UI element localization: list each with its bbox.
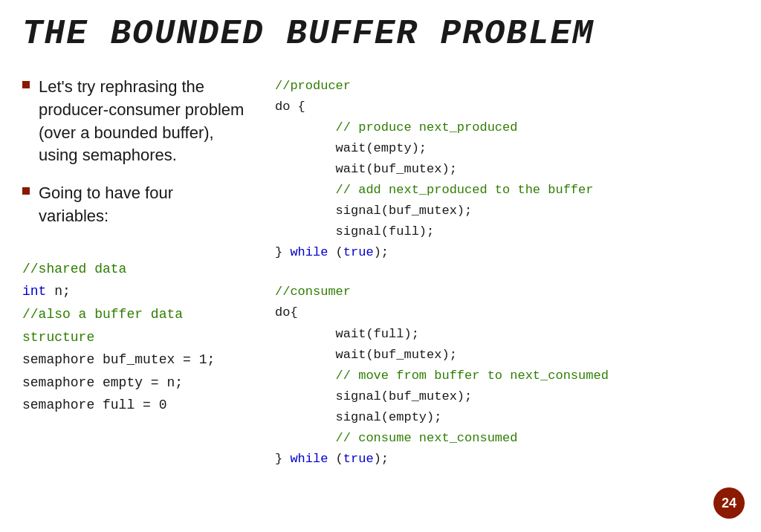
prod-line-7: signal(buf_mutex);: [275, 201, 739, 221]
slide-number-badge: 24: [713, 487, 745, 519]
cons-line-7: signal(empty);: [275, 407, 739, 428]
cons-line-6: signal(buf_mutex);: [275, 386, 739, 407]
shared-line-2: int n;: [22, 280, 245, 303]
shared-line-5: semaphore empty = n;: [22, 372, 245, 395]
bullet-item-2: Going to have four variables:: [22, 182, 245, 228]
cons-line-2: do{: [275, 302, 739, 323]
left-panel: Let's try rephrasing the producer-consum…: [22, 76, 245, 488]
prod-line-8: signal(full);: [275, 221, 739, 242]
shared-line-3: //also a buffer data structure: [22, 303, 245, 348]
cons-line-3: wait(full);: [275, 324, 739, 345]
shared-line-4: semaphore buf_mutex = 1;: [22, 348, 245, 372]
bullet-item-1: Let's try rephrasing the producer-consum…: [22, 76, 245, 167]
shared-line-6: semaphore full = 0: [22, 394, 245, 417]
prod-line-2: do {: [275, 97, 739, 117]
slide-page: The Bounded Buffer Problem Let's try rep…: [0, 0, 761, 532]
right-panel: //producer do { // produce next_produced…: [275, 76, 739, 488]
producer-code-block: //producer do { // produce next_produced…: [275, 76, 739, 263]
slide-number-text: 24: [722, 496, 736, 511]
cons-line-5: // move from buffer to next_consumed: [275, 366, 739, 386]
shared-code-block: //shared data int n; //also a buffer dat…: [22, 258, 245, 417]
bullet-text-1: Let's try rephrasing the producer-consum…: [39, 76, 245, 167]
cons-line-4: wait(buf_mutex);: [275, 345, 739, 366]
prod-line-6: // add next_produced to the buffer: [275, 180, 739, 201]
prod-line-3: // produce next_produced: [275, 117, 739, 138]
shared-line-1: //shared data: [22, 258, 245, 281]
cons-line-8: // consume next_consumed: [275, 428, 739, 449]
consumer-code-block: //consumer do{ wait(full); wait(buf_mute…: [275, 282, 739, 469]
prod-line-5: wait(buf_mutex);: [275, 159, 739, 180]
bullet-square-1: [22, 81, 30, 88]
bullet-list: Let's try rephrasing the producer-consum…: [22, 76, 245, 228]
content-area: Let's try rephrasing the producer-consum…: [22, 76, 739, 488]
bullet-text-2: Going to have four variables:: [39, 182, 245, 228]
prod-line-4: wait(empty);: [275, 138, 739, 159]
cons-line-1: //consumer: [275, 282, 739, 302]
prod-line-9: } while (true);: [275, 242, 739, 263]
prod-line-1: //producer: [275, 76, 739, 97]
cons-line-9: } while (true);: [275, 449, 739, 470]
slide-title: The Bounded Buffer Problem: [22, 15, 739, 53]
bullet-square-2: [22, 187, 30, 195]
